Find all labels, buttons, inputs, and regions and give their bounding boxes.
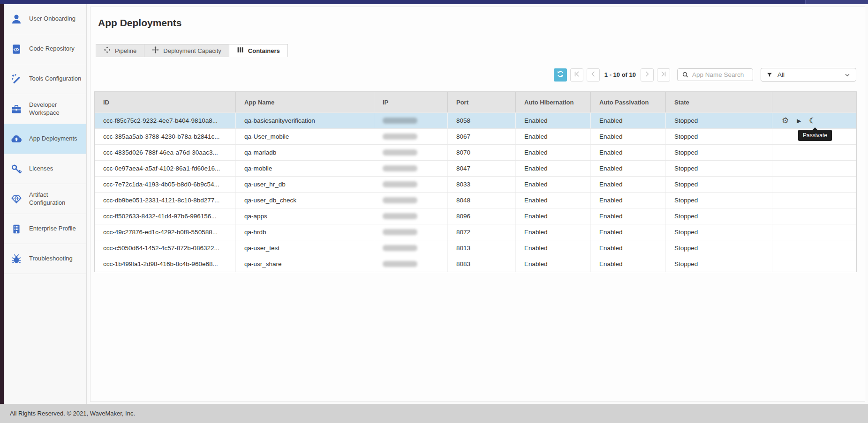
column-header-app-name: App Name [235,92,374,112]
auto-passivation: Enabled [599,165,623,172]
cell-port: 8072 [447,224,515,240]
cell-ip [374,129,447,144]
pagination-first-button[interactable] [570,68,583,82]
state-filter-select[interactable]: All [761,68,856,82]
cell-app-name: qa-User_mobile [235,129,374,144]
pagination-prev-button[interactable] [587,68,600,82]
table-row[interactable]: ccc-1b499fa1-2d98-416b-8c4b-960e68... qa… [95,256,856,272]
sidebar-item-licenses[interactable]: Licenses [4,154,86,184]
cell-auto-hibernation: Enabled [515,240,590,256]
cell-app-name: qa-basicsanityverification [235,113,374,128]
table-row[interactable]: ccc-f85c75c2-9232-4ee7-b404-9810a8... qa… [95,112,856,128]
sidebar-item-developer-workspace[interactable]: Developer Workspace [4,94,86,124]
app-name: qa-basicsanityverification [244,117,315,124]
pagination-next-button[interactable] [641,68,654,82]
cell-auto-hibernation: Enabled [515,193,590,208]
cell-state: Stopped [665,208,772,224]
cell-ip [374,161,447,176]
table-row[interactable]: ccc-4835d026-788f-46ea-a76d-30aac3... qa… [95,144,856,160]
sidebar-item-artifact-configuration[interactable]: Artifact Configuration [4,184,86,214]
table-row[interactable]: ccc-385aa5ab-3788-4230-b78a-b2841c... qa… [95,128,856,144]
cell-id: ccc-385aa5ab-3788-4230-b78a-b2841c... [95,129,235,144]
tab-containers[interactable]: Containers [229,44,288,57]
refresh-button[interactable] [554,68,567,82]
cell-ip [374,208,447,224]
cell-state: Stopped [665,113,772,128]
cell-id: ccc-1b499fa1-2d98-416b-8c4b-960e68... [95,256,235,272]
table-header-row: ID App Name IP Port Auto Hibernation Aut… [95,92,856,112]
cell-ip [374,177,447,192]
app-name: qa-user_db_check [244,197,296,204]
cell-auto-passivation: Enabled [590,145,665,160]
sidebar-item-enterprise-profile[interactable]: Enterprise Profile [4,214,86,244]
pagination-last-button[interactable] [657,68,670,82]
gem-icon [11,193,22,205]
cell-actions: ⚙▶☾Passivate [772,113,856,128]
tab-label: Containers [248,47,280,54]
gear-icon[interactable]: ⚙ [782,117,789,125]
cell-id: ccc-7e72c1da-4193-4b05-b8d0-6b9c54... [95,177,235,192]
cell-auto-hibernation: Enabled [515,161,590,176]
left-edge-strip [0,4,4,404]
auto-passivation: Enabled [599,260,623,267]
moon-passivate-icon[interactable]: ☾ [809,117,815,125]
table-row[interactable]: ccc-0e97aea4-a5af-4102-86a1-fd60e16... q… [95,160,856,176]
search-input[interactable] [692,71,748,78]
sidebar-item-user-onboarding[interactable]: User Onboarding [4,4,86,34]
cell-auto-passivation: Enabled [590,256,665,272]
sidebar-item-code-repository[interactable]: Code Repository [4,34,86,64]
app-name: qa-usr_share [244,260,282,267]
state: Stopped [674,213,698,220]
cell-port: 8033 [447,177,515,192]
page-title: App Deployments [98,17,182,29]
user-icon [11,14,22,25]
state: Stopped [674,181,698,188]
tab-pipeline[interactable]: Pipeline [96,44,144,57]
sidebar-item-troubleshooting[interactable]: Troubleshooting [4,244,86,274]
app-name: qa-user_hr_db [244,181,286,188]
container-id: ccc-db9be051-2331-4121-8c10-8bd277... [103,197,219,204]
port: 8047 [456,165,470,172]
app-name: qa-User_mobile [244,133,289,140]
sidebar-item-label: Code Repository [29,45,82,53]
port: 8070 [456,149,470,156]
tab-deployment-capacity[interactable]: Deployment Capacity [144,44,229,57]
container-id: ccc-f85c75c2-9232-4ee7-b404-9810a8... [103,117,218,124]
cell-auto-passivation: Enabled [590,177,665,192]
cell-state: Stopped [665,224,772,240]
cell-ip [374,224,447,240]
table-row[interactable]: ccc-49c27876-ed1c-4292-b0f8-550588... qa… [95,224,856,240]
cell-port: 8083 [447,256,515,272]
cell-auto-passivation: Enabled [590,224,665,240]
ip-redacted-value [383,181,417,187]
container-id: ccc-ff502633-8432-41d4-97b6-996156... [103,213,216,220]
cell-port: 8070 [447,145,515,160]
footer: All Rights Reserved. © 2021, WaveMaker, … [0,404,868,423]
table-row[interactable]: ccc-c5050d64-1452-4c57-872b-086322... qa… [95,240,856,256]
sidebar-item-tools-configuration[interactable]: Tools Configuration [4,64,86,94]
cell-app-name: qa-mariadb [235,145,374,160]
sidebar-item-label: User Onboarding [29,15,82,23]
table-row[interactable]: ccc-7e72c1da-4193-4b05-b8d0-6b9c54... qa… [95,176,856,192]
play-icon[interactable]: ▶ [797,118,801,124]
sidebar-item-app-deployments[interactable]: App Deployments [4,124,86,154]
cell-app-name: qa-user_hr_db [235,177,374,192]
code-repository-icon [11,44,22,55]
table-row[interactable]: ccc-db9be051-2331-4121-8c10-8bd277... qa… [95,192,856,208]
port: 8083 [456,260,470,267]
column-header-auto-passivation: Auto Passivation [590,92,665,112]
cell-auto-passivation: Enabled [590,113,665,128]
cell-id: ccc-49c27876-ed1c-4292-b0f8-550588... [95,224,235,240]
table-row[interactable]: ccc-ff502633-8432-41d4-97b6-996156... qa… [95,208,856,224]
auto-passivation: Enabled [599,229,623,236]
cell-actions [772,208,856,224]
cell-auto-hibernation: Enabled [515,256,590,272]
cell-auto-passivation: Enabled [590,208,665,224]
auto-passivation: Enabled [599,197,623,204]
cell-id: ccc-f85c75c2-9232-4ee7-b404-9810a8... [95,113,235,128]
container-id: ccc-49c27876-ed1c-4292-b0f8-550588... [103,229,218,236]
first-page-icon [573,70,581,80]
tab-label: Pipeline [115,47,136,54]
cell-auto-hibernation: Enabled [515,129,590,144]
sidebar: User Onboarding Code Repository Tools Co… [4,4,87,404]
